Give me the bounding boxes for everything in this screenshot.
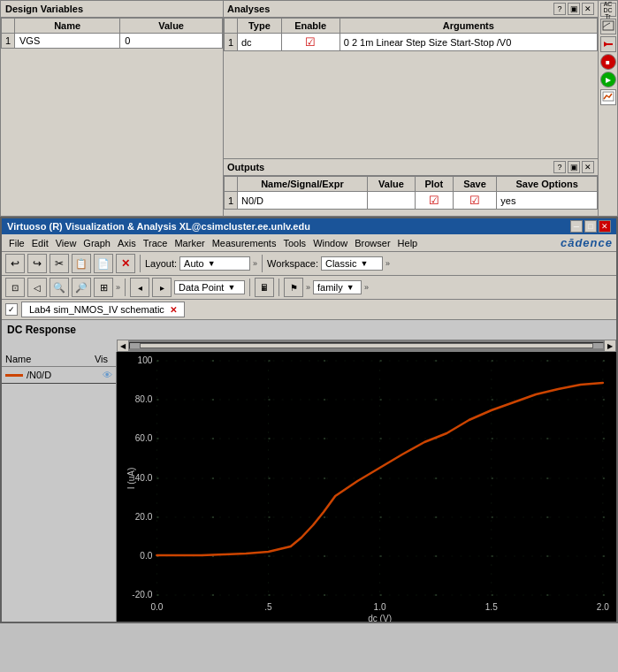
legend-eye-icon[interactable]: 👁 (103, 370, 112, 380)
svg-rect-51 (435, 477, 437, 479)
menu-help[interactable]: Help (394, 237, 422, 249)
scrollbar-thumb[interactable] (140, 343, 594, 348)
tab-checkbox[interactable]: ✓ (5, 303, 18, 316)
zoom-prev-btn[interactable]: ◁ (27, 278, 47, 297)
cadence-logo: cādence (561, 236, 613, 249)
scrollbar-track[interactable] (129, 342, 604, 349)
outputs-max-btn[interactable]: ▣ (568, 161, 580, 173)
family-arrow: ▼ (347, 283, 355, 292)
run-btn[interactable]: ▶ (600, 72, 616, 88)
minimize-btn[interactable]: ─ (570, 220, 583, 233)
svg-rect-45 (603, 438, 605, 439)
svg-rect-71 (546, 555, 548, 557)
menu-window[interactable]: Window (309, 237, 351, 249)
window-title: Virtuoso (R) Visualization & Analysis XL… (7, 221, 310, 232)
svg-rect-55 (156, 516, 158, 518)
zoom-in-btn[interactable]: 🔍 (50, 278, 69, 297)
svg-rect-75 (269, 594, 271, 596)
toolbar-double-arrow-1: » (253, 259, 257, 268)
menu-browser[interactable]: Browser (351, 237, 393, 249)
window-titlebar: Virtuoso (R) Visualization & Analysis XL… (2, 218, 616, 234)
outputs-col-plot: Plot (415, 177, 453, 192)
menu-view[interactable]: View (52, 237, 80, 249)
right-toolbar: AC DC Tr ■ ▶ (599, 0, 618, 217)
dv-col-value: Value (120, 19, 223, 34)
select-btn[interactable]: ⊞ (94, 278, 113, 297)
workspace-dropdown[interactable]: Classic ▼ (321, 256, 383, 271)
menu-measurements[interactable]: Measurements (209, 237, 280, 249)
undo-btn[interactable]: ↩ (5, 254, 25, 273)
svg-marker-4 (604, 42, 608, 47)
outputs-save-checkbox[interactable]: ☑ (469, 194, 480, 207)
marker-btn[interactable]: ⚑ (284, 278, 303, 297)
maximize-btn[interactable]: □ (584, 220, 597, 233)
pan-right-btn[interactable]: ▸ (152, 278, 172, 297)
zoom-fit-btn[interactable]: ⊡ (5, 278, 25, 297)
paste-btn[interactable]: 📄 (94, 254, 113, 273)
graph-btn[interactable] (600, 89, 616, 105)
outputs-save-cell[interactable]: ☑ (453, 192, 497, 210)
menu-tools[interactable]: Tools (279, 237, 309, 249)
analyses-close-btn[interactable]: ✕ (582, 3, 594, 15)
dc-response-title: DC Response (2, 320, 616, 340)
outputs-plot-cell[interactable]: ☑ (415, 192, 453, 210)
outputs-close-btn[interactable]: ✕ (582, 161, 594, 173)
menu-edit[interactable]: Edit (28, 237, 52, 249)
svg-rect-54 (603, 477, 605, 479)
outputs-plot-checkbox[interactable]: ☑ (429, 194, 439, 207)
menu-file[interactable]: File (5, 237, 28, 249)
x-tick-0: 0.0 (150, 602, 163, 612)
analyses-help-btn[interactable]: ? (553, 3, 566, 15)
toolbar-sep-2 (262, 255, 263, 272)
svg-rect-79 (492, 594, 493, 596)
x-axis-label: dc (V) (368, 614, 392, 622)
svg-rect-26 (546, 360, 548, 362)
analyses-enable-checkbox[interactable]: ☑ (305, 35, 316, 49)
workspace-label: Workspace: (267, 258, 318, 269)
analyses-enable-cell[interactable]: ☑ (281, 34, 340, 51)
delete-btn[interactable]: ✕ (116, 254, 135, 273)
layout-label: Layout: (145, 258, 177, 269)
menu-trace[interactable]: Trace (140, 237, 172, 249)
scrollbar-right-arrow[interactable]: ▶ (604, 340, 616, 352)
menu-graph[interactable]: Graph (80, 237, 114, 249)
close-window-btn[interactable]: ✕ (599, 220, 611, 233)
stop-btn[interactable]: ■ (600, 54, 616, 70)
legend-item-label: /N0/D (27, 370, 103, 380)
svg-rect-58 (324, 516, 325, 518)
outputs-col-value: Value (367, 177, 415, 192)
family-dropdown[interactable]: family ▼ (313, 280, 362, 294)
svg-rect-81 (603, 594, 605, 596)
toolbar-btn-2[interactable] (600, 19, 616, 34)
x-tick-20: 2.0 (597, 602, 609, 612)
outputs-help-btn[interactable]: ? (553, 161, 566, 173)
svg-rect-67 (324, 555, 325, 557)
svg-rect-40 (324, 438, 325, 439)
toolbar2-double-arrow-1: » (116, 283, 120, 292)
analyses-max-btn[interactable]: ▣ (568, 3, 580, 15)
tab-close-btn[interactable]: ✕ (170, 305, 177, 315)
ac-btn[interactable]: AC DC Tr (600, 3, 616, 17)
scrollbar-left-arrow[interactable]: ◀ (117, 340, 129, 352)
calculator-btn[interactable]: 🖩 (255, 278, 274, 297)
toolbar-double-arrow-2: » (385, 259, 390, 268)
svg-rect-78 (435, 594, 437, 596)
cut-btn[interactable]: ✂ (50, 254, 69, 273)
main-tab[interactable]: Lab4 sim_NMOS_IV schematic ✕ (21, 302, 185, 317)
zoom-out-btn[interactable]: 🔎 (72, 278, 91, 297)
copy-btn[interactable]: 📋 (72, 254, 91, 273)
menu-marker[interactable]: Marker (171, 237, 208, 249)
layout-dropdown[interactable]: Auto ▼ (179, 256, 250, 271)
y-tick-20: 20.0 (135, 512, 153, 522)
outputs-col-name: Name/Signal/Expr (238, 177, 368, 192)
svg-rect-24 (435, 360, 437, 362)
toolbar-btn-3[interactable] (600, 36, 616, 52)
redo-btn[interactable]: ↪ (27, 254, 47, 273)
pan-left-btn[interactable]: ◂ (130, 278, 149, 297)
data-point-dropdown[interactable]: Data Point ▼ (174, 280, 245, 294)
menu-axis[interactable]: Axis (114, 237, 140, 249)
y-tick-80: 80.0 (135, 394, 153, 404)
svg-rect-60 (435, 516, 437, 518)
virtuoso-window: Virtuoso (R) Visualization & Analysis XL… (0, 217, 618, 623)
horizontal-scrollbar[interactable]: ◀ ▶ (117, 340, 616, 352)
